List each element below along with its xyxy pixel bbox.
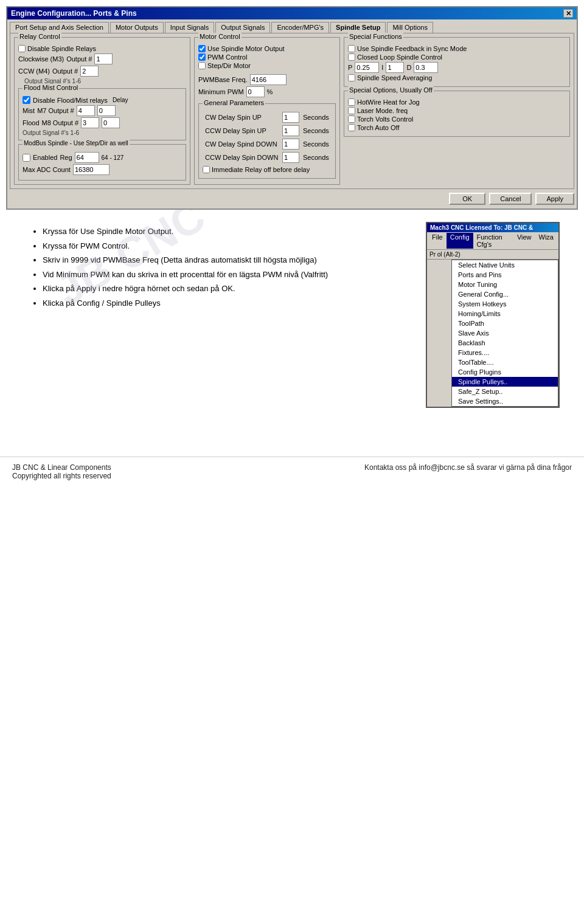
footer-left-line1: JB CNC & Linear Components <box>12 463 111 472</box>
laser-checkbox[interactable] <box>348 107 355 114</box>
menu-item-motor-tuning[interactable]: Motor Tuning <box>452 280 558 289</box>
screenshot-row: Kryssa för Use Spindle Motor Output. Kry… <box>24 222 560 408</box>
menu-item-tooltable[interactable]: ToolTable.... <box>452 357 558 367</box>
special-functions-title: Special Functions <box>348 33 403 40</box>
tab-mill-options[interactable]: Mill Options <box>387 22 433 33</box>
ccw-spin-up-row: CCW Delay Spin UP Seconds <box>204 125 330 137</box>
cw-spin-up-label: CW Delay Spin UP <box>204 111 280 123</box>
bullet-3: Skriv in 9999 vid PWMBase Freq (Detta än… <box>43 254 414 266</box>
mach3-menu-wiza[interactable]: Wiza <box>535 233 557 249</box>
feedback-checkbox[interactable] <box>348 45 355 52</box>
torch-volts-checkbox[interactable] <box>348 116 355 123</box>
mach3-toolbar-pr: Pr <box>429 251 436 258</box>
ccw-spin-down-input[interactable] <box>282 152 299 163</box>
mach3-menu-function[interactable]: Function Cfg's <box>473 233 513 249</box>
torch-auto-checkbox[interactable] <box>348 124 355 131</box>
menu-item-save-settings[interactable]: Save Settings.. <box>452 396 558 406</box>
menu-item-backlash[interactable]: Backlash <box>452 338 558 348</box>
menu-item-homing[interactable]: Homing/Limits <box>452 309 558 319</box>
menu-item-safe-z[interactable]: Safe_Z Setup.. <box>452 387 558 396</box>
tab-input-signals[interactable]: Input Signals <box>165 22 215 33</box>
i-input[interactable] <box>386 62 404 73</box>
menu-item-toolpath[interactable]: ToolPath <box>452 319 558 328</box>
general-params-group: General Parameters CW Delay Spin UP Seco… <box>198 103 336 179</box>
d-input[interactable] <box>414 62 438 73</box>
dialog-close-button[interactable]: ✕ <box>563 9 573 18</box>
mach3-menu-file[interactable]: File <box>428 233 447 249</box>
tab-output-signals[interactable]: Output Signals <box>215 22 270 33</box>
m8-label: M8 Output # <box>42 119 79 126</box>
menu-item-config-plugins[interactable]: Config Plugins <box>452 367 558 377</box>
pwmbase-input[interactable] <box>250 74 287 85</box>
step-dir-label: Step/Dir Motor <box>207 62 251 69</box>
disable-spindle-row: Disable Spindle Relays <box>18 45 186 52</box>
bullet-2: Kryssa för PWM Control. <box>43 240 414 252</box>
hotwire-checkbox[interactable] <box>348 98 355 106</box>
tab-encoder[interactable]: Encoder/MPG's <box>271 22 329 33</box>
motor-control-group: Motor Control Use Spindle Motor Output P… <box>194 37 340 185</box>
general-params-title: General Parameters <box>203 99 265 106</box>
flood-output-input[interactable] <box>81 117 99 128</box>
menu-item-fixtures[interactable]: Fixtures.... <box>452 348 558 357</box>
cw-spin-down-input[interactable] <box>282 139 299 150</box>
cw-output-input[interactable] <box>94 53 113 64</box>
min-pwm-row: Minimum PWM % <box>198 86 336 97</box>
mist-output-input[interactable] <box>77 105 95 116</box>
max-adc-input[interactable] <box>73 164 109 175</box>
menu-item-general-config[interactable]: General Config... <box>452 289 558 299</box>
tab-spindle-setup[interactable]: Spindle Setup <box>330 22 386 33</box>
ccw-output-input[interactable] <box>80 66 99 77</box>
footer-left: JB CNC & Linear Components Copyrighted a… <box>12 463 111 480</box>
modbus-reg-input[interactable] <box>75 152 99 163</box>
closed-loop-checkbox[interactable] <box>348 53 355 61</box>
feedback-row: Use Spindle Feedback in Sync Mode <box>348 45 566 52</box>
pid-row: P I D <box>348 62 566 73</box>
menu-item-spindle-pulleys[interactable]: Spindle Pulleys.. <box>452 377 558 387</box>
mach3-menu-view[interactable]: View <box>513 233 535 249</box>
bullet-4: Vid Minimum PWM kan du skriva in ett pro… <box>43 269 414 281</box>
torch-volts-row: Torch Volts Control <box>348 116 566 123</box>
speed-avg-checkbox[interactable] <box>348 74 355 81</box>
dialog-tabs: Port Setup and Axis Selection Motor Outp… <box>7 19 577 33</box>
mist-row: Mist M7 Output # <box>23 105 182 116</box>
use-spindle-row: Use Spindle Motor Output <box>198 45 336 52</box>
disable-spindle-checkbox[interactable] <box>18 45 26 52</box>
cw-spin-down-label: CW Delay Spind DOWN <box>204 138 280 150</box>
closed-loop-row: Closed Loop Spindle Control <box>348 53 566 61</box>
tab-port-setup[interactable]: Port Setup and Axis Selection <box>10 22 109 33</box>
ccw-spin-up-input[interactable] <box>282 125 299 136</box>
menu-item-slave-axis[interactable]: Slave Axis <box>452 328 558 338</box>
modbus-enabled-checkbox[interactable] <box>23 154 30 162</box>
p-input[interactable] <box>355 62 379 73</box>
footer: JB CNC & Linear Components Copyrighted a… <box>0 457 584 486</box>
pwm-control-label: PWM Control <box>207 53 247 61</box>
apply-button[interactable]: Apply <box>535 193 574 205</box>
closed-loop-label: Closed Loop Spindle Control <box>357 53 442 61</box>
immediate-relay-label: Immediate Relay off before delay <box>212 166 310 173</box>
menu-item-ports-pins[interactable]: Ports and Pins <box>452 270 558 280</box>
mach3-titlebar: Mach3 CNC Licensed To: JB CNC & <box>427 223 558 232</box>
cw-spin-up-row: CW Delay Spin UP Seconds <box>204 111 330 123</box>
immediate-relay-checkbox[interactable] <box>203 166 210 173</box>
mist-delay-input[interactable] <box>97 105 116 116</box>
ccw-spin-down-label: CCW Delay Spin DOWN <box>204 151 280 164</box>
min-pwm-input[interactable] <box>246 86 265 97</box>
torch-auto-label: Torch Auto Off <box>357 124 400 131</box>
use-spindle-checkbox[interactable] <box>198 45 206 52</box>
menu-item-system-hotkeys[interactable]: System Hotkeys <box>452 299 558 309</box>
step-dir-checkbox[interactable] <box>198 62 206 69</box>
disable-flood-checkbox[interactable] <box>23 96 30 104</box>
mach3-menu-config[interactable]: Config <box>447 233 473 249</box>
cancel-button[interactable]: Cancel <box>489 193 532 205</box>
cw-spin-down-unit: Seconds <box>302 138 330 150</box>
flood-delay-input[interactable] <box>102 117 120 128</box>
cw-spin-up-input[interactable] <box>282 112 299 123</box>
tab-motor-outputs[interactable]: Motor Outputs <box>110 22 164 33</box>
footer-left-line2: Copyrighted all rights reserved <box>12 472 111 480</box>
i-label: I <box>381 64 383 71</box>
flood-mist-group: Flood Mist Control Disable Flood/Mist re… <box>18 88 186 140</box>
mach3-window: Mach3 CNC Licensed To: JB CNC & File Con… <box>426 222 560 408</box>
menu-item-native-units[interactable]: Select Native Units <box>452 260 558 270</box>
pwm-control-checkbox[interactable] <box>198 53 206 61</box>
ok-button[interactable]: OK <box>449 193 485 205</box>
